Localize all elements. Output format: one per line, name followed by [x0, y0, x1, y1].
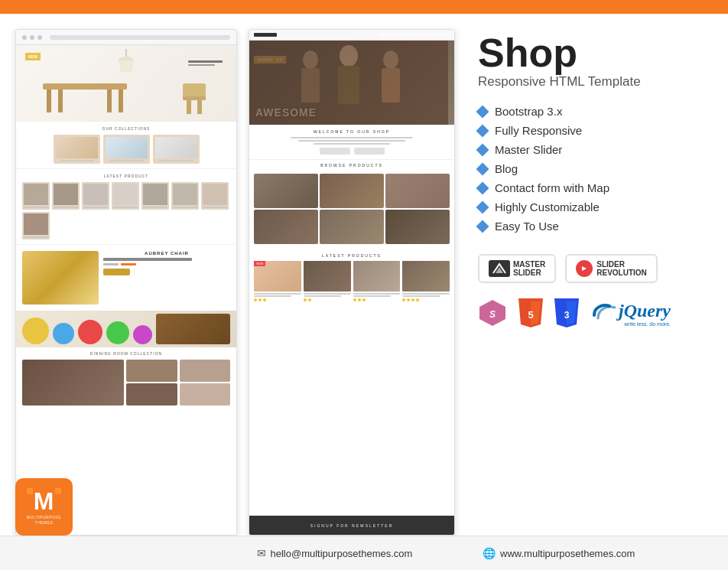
feature-bootstrap: Bootstrap 3.x: [478, 105, 705, 118]
email-address: hello@multipurposethemes.com: [271, 548, 413, 559]
svg-rect-30: [55, 488, 61, 494]
latest-2-text-1: [304, 293, 351, 295]
diamond-icon-4: [476, 162, 489, 175]
hero-badge: NEW: [25, 53, 41, 60]
welcome-section: WELCOME TO OUR SHOP: [249, 125, 454, 160]
stool-red: [78, 320, 102, 344]
jquery-swoosh: [590, 300, 617, 321]
right-nav-link-2: [395, 34, 406, 36]
collections-section: OUR COLLECTIONS: [16, 122, 236, 169]
latest-1-text-2: [254, 295, 291, 297]
feature-contact: Contact form with Map: [478, 181, 705, 194]
left-hero: NEW: [16, 45, 236, 122]
mp-logo-line1: MULTIPURPOSE: [27, 515, 61, 520]
feature-blog-text: Blog: [495, 162, 518, 175]
nav-bar: [50, 35, 230, 40]
star-12: [416, 298, 419, 301]
jquery-wrapper: jQuery write less. do more.: [590, 300, 671, 327]
feature-responsive: Fully Responsive: [478, 124, 705, 137]
collection-bedroom: [103, 135, 150, 164]
latest-products-title: LATEST PRODUCTS: [254, 250, 450, 261]
browse-grid: [249, 171, 454, 247]
collection-support: [153, 135, 200, 164]
welcome-btn-2[interactable]: [354, 148, 385, 155]
svg-rect-16: [338, 66, 359, 104]
stool-yellow: [22, 318, 49, 344]
html5-svg: 5: [518, 298, 543, 327]
star-7: [358, 298, 361, 301]
right-mockup: SHOP 19 AWESOME: [249, 29, 455, 536]
right-nav-link-3: [409, 34, 421, 36]
svg-text:S: S: [489, 309, 496, 320]
feature-price-row: [103, 263, 230, 265]
dining-img-row: [22, 360, 230, 406]
welcome-text-lines: [255, 137, 448, 145]
ms-icon: [489, 260, 510, 277]
star-6: [353, 298, 356, 301]
latest-2-text-2: [304, 295, 341, 297]
product-8: [22, 212, 50, 239]
tech-icons-row: S 5 3: [478, 298, 705, 327]
stool-blue: [53, 323, 74, 344]
dining-side-4: [180, 383, 231, 406]
star-1: [254, 298, 257, 301]
product-1: [22, 182, 50, 210]
latest-2-stars: [304, 298, 351, 301]
slider-rev-logo: SLIDER REVOLUTION: [576, 260, 647, 277]
stools-row: [22, 314, 230, 344]
jquery-text: jQuery: [619, 301, 671, 320]
feature-easy: Easy To Use: [478, 220, 705, 233]
browse-5: [320, 210, 384, 244]
welcome-btn-1[interactable]: [320, 148, 350, 155]
browse-3: [385, 174, 450, 208]
product-subtitle: Responsive HTML Template: [478, 74, 705, 90]
lamp-icon: [115, 49, 138, 80]
collection-sofa: [54, 135, 100, 164]
svg-rect-5: [119, 90, 123, 112]
nav-dot: [22, 35, 27, 40]
nav-dot-2: [30, 35, 34, 40]
right-mockup-nav: [249, 30, 454, 41]
product-1-text: [24, 207, 48, 208]
buy-btn[interactable]: [103, 269, 130, 275]
latest-1: NEW: [254, 261, 301, 301]
product-7-img: [203, 184, 227, 205]
rev-text-line1: SLIDER: [596, 260, 647, 269]
dining-side-2: [126, 383, 177, 406]
latest-1-text-1: [254, 293, 301, 295]
email-contact: ✉ hello@multipurposethemes.com: [257, 547, 413, 559]
chair-icon: [179, 80, 210, 118]
feature-bootstrap-text: Bootstrap 3.x: [495, 105, 562, 118]
product-2-img: [54, 184, 78, 205]
star-2: [258, 298, 262, 301]
feature-easy-text: Easy To Use: [495, 220, 559, 233]
latest-products-title: LATEST PRODUCT: [22, 174, 230, 178]
product-5-img: [143, 184, 167, 205]
product-5: [141, 182, 169, 210]
hero-text-lines: [188, 60, 223, 66]
latest-3-text-2: [353, 295, 391, 297]
feature-chair-img: [22, 251, 99, 305]
newsletter-bar: SIGNUP FOR NEWSLETTER: [249, 516, 454, 535]
latest-4-text-2: [402, 295, 440, 297]
left-mockup-nav: [16, 30, 236, 45]
svg-point-17: [383, 50, 398, 69]
svg-rect-3: [43, 83, 127, 90]
diamond-icon-7: [476, 220, 489, 233]
feature-title-bar: [103, 258, 192, 261]
support-img: [155, 137, 197, 158]
ms-text: MASTER SLIDER: [513, 260, 545, 277]
feature-details: AUBREY CHAIR: [103, 251, 230, 305]
mp-logo: M MULTIPURPOSE THEMES: [15, 478, 73, 536]
browse-title: BROWSE PRODUCTS: [249, 160, 454, 171]
bedroom-img: [106, 137, 148, 158]
dining-side-1: [126, 360, 177, 382]
product-title: Shop: [478, 33, 705, 73]
content-area: NEW: [0, 14, 728, 536]
product-8-text: [24, 236, 48, 238]
rev-logo-svg: [579, 263, 590, 274]
svg-point-15: [340, 45, 358, 67]
right-nav-link-4: [424, 34, 435, 36]
dining-title: DINNING ROOM COLLECTION: [22, 351, 230, 356]
bedroom-label: [109, 160, 144, 161]
